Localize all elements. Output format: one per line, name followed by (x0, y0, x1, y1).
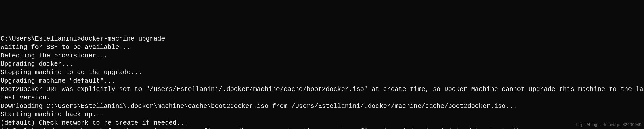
watermark: https://blog.csdn.net/qq_42999949 (576, 122, 641, 127)
output-line: (default) Windows might ask for the perm… (1, 127, 644, 129)
output-line: Detecting the provisioner... (1, 51, 644, 60)
prompt: C:\Users\Estellanini> (1, 35, 81, 43)
output-line: Upgrading docker... (1, 60, 644, 68)
command: docker-machine upgrade (81, 35, 165, 43)
output-line: Boot2Docker URL was explicitly set to "/… (1, 85, 644, 102)
output-line: Downloading C:\Users\Estellanini\.docker… (1, 102, 644, 110)
terminal-output[interactable]: C:\Users\Estellanini>docker-machine upgr… (0, 35, 644, 129)
output-line: (default) Check network to re-create if … (1, 119, 644, 127)
output-line: Stopping machine to do the upgrade... (1, 68, 644, 77)
output-line: Waiting for SSH to be available... (1, 43, 644, 51)
output-line: Starting machine back up... (1, 110, 644, 119)
command-line: C:\Users\Estellanini>docker-machine upgr… (1, 35, 644, 43)
output-line: Upgrading machine "default"... (1, 77, 644, 85)
